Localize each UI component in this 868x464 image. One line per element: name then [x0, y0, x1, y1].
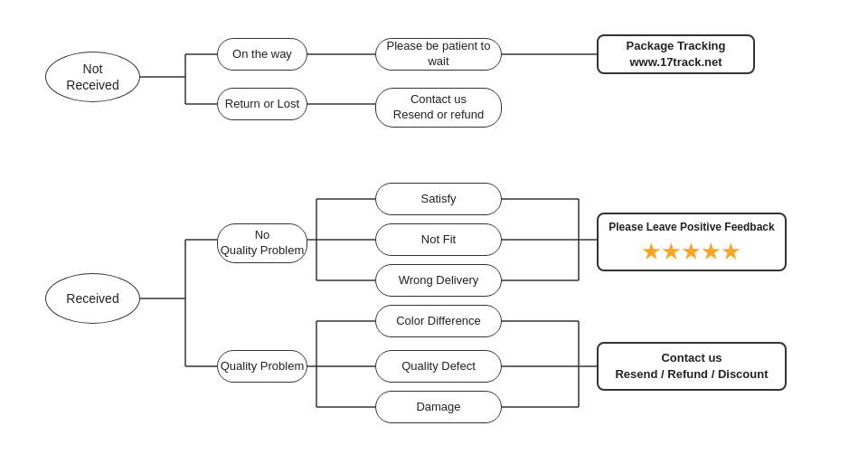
return-or-lost-node: Return or Lost [217, 88, 307, 120]
package-tracking-node: Package Tracking www.17track.net [597, 34, 755, 74]
satisfy-node: Satisfy [375, 183, 502, 215]
quality-problem-node: Quality Problem [217, 350, 307, 383]
not-received-node: Not Received [45, 52, 140, 102]
stars-display: ★★★★★ [642, 239, 741, 267]
damage-node: Damage [375, 391, 502, 423]
positive-feedback-node: Please Leave Positive Feedback ★★★★★ [597, 213, 787, 271]
patient-node: Please be patient to wait [375, 38, 502, 71]
on-the-way-node: On the way [217, 38, 307, 71]
no-quality-problem-node: No Quality Problem [217, 223, 307, 263]
color-difference-node: Color Difference [375, 305, 502, 337]
received-node: Received [45, 273, 140, 324]
not-fit-node: Not Fit [375, 223, 502, 256]
quality-defect-node: Quality Defect [375, 350, 502, 383]
contact-resend-node: Contact us Resend or refund [375, 88, 502, 128]
contact-us-2-node: Contact us Resend / Refund / Discount [597, 342, 787, 391]
wrong-delivery-node: Wrong Delivery [375, 264, 502, 297]
